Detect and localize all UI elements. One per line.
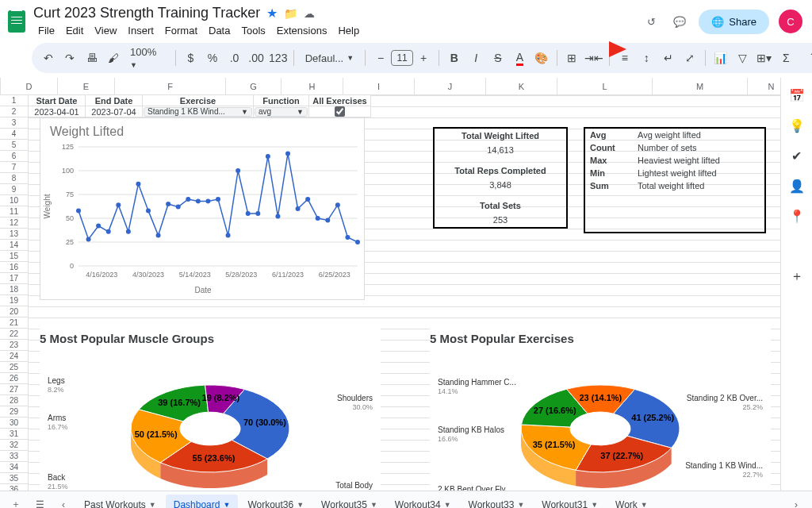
row-header[interactable]: 13 [0,229,28,240]
sheet-tab[interactable]: Workout33▼ [461,495,533,509]
sheet-tab[interactable]: Workout31▼ [534,495,606,509]
col-header[interactable]: H [282,78,343,94]
sheet-tab[interactable]: Workout35▼ [313,495,385,509]
menu-format[interactable]: Format [160,23,202,38]
exercise-dropdown[interactable]: Standing 1 KB Wind...▼ [144,107,252,117]
history-icon[interactable]: ↺ [642,12,661,31]
share-button[interactable]: 🌐 Share [699,10,769,34]
row-header[interactable]: 9 [0,184,28,195]
cell-header[interactable]: Start Date [29,95,86,106]
row-header[interactable]: 29 [0,406,28,418]
row-header[interactable]: 6 [0,151,28,162]
row-header[interactable]: 28 [0,395,28,406]
collapse-toolbar-icon[interactable]: ˆ [804,49,812,67]
sheet-tab[interactable]: Workout34▼ [387,495,459,509]
col-header[interactable]: K [486,78,557,94]
percent-icon[interactable]: % [204,49,221,67]
col-header[interactable]: I [343,78,415,94]
cell-date[interactable]: 2023-07-04 [86,106,143,117]
menu-data[interactable]: Data [204,23,235,38]
chart-muscle-groups[interactable]: 5 Most Popular Muscle Groups 70 (30.0%)5… [40,329,381,491]
add-panel-icon[interactable]: ＋ [789,268,805,284]
font-size-control[interactable]: − 11 + [372,49,432,67]
wrap-icon[interactable]: ↵ [660,49,677,67]
move-icon[interactable]: 📁 [284,7,297,20]
cell-header[interactable]: All Exercises [309,95,371,106]
function-dropdown[interactable]: avg▼ [255,107,308,117]
v-align-icon[interactable]: ↕ [638,49,656,67]
cloud-status-icon[interactable]: ☁ [304,7,315,20]
row-header[interactable]: 2 [0,106,28,117]
row-header[interactable]: 18 [0,284,28,295]
row-header[interactable]: 1 [0,95,28,106]
col-header[interactable]: G [226,78,282,94]
menu-file[interactable]: File [33,23,59,38]
filter-views-icon[interactable]: ⊞▾ [756,49,773,67]
row-header[interactable]: 7 [0,162,28,173]
row-header[interactable]: 12 [0,217,28,229]
all-exercises-checkbox[interactable] [335,106,345,117]
col-header[interactable]: N [748,78,780,94]
row-header[interactable]: 22 [0,329,28,340]
menu-view[interactable]: View [90,23,121,38]
keep-icon[interactable]: 💡 [789,117,805,133]
undo-icon[interactable]: ↶ [40,49,57,67]
row-header[interactable]: 16 [0,262,28,273]
col-header[interactable]: L [557,78,653,94]
contacts-icon[interactable]: 👤 [789,178,805,194]
more-formats-icon[interactable]: 123 [270,49,287,67]
star-icon[interactable]: ★ [266,6,278,21]
functions-icon[interactable]: Σ [778,49,795,67]
maps-icon[interactable]: 📍 [789,208,805,224]
row-header[interactable]: 27 [0,384,28,395]
all-sheets-icon[interactable]: ☰ [29,494,51,509]
text-color-icon[interactable]: A [511,49,529,67]
row-header[interactable]: 33 [0,451,28,462]
filter-icon[interactable]: ▽ [734,49,752,67]
italic-icon[interactable]: I [468,49,485,67]
tasks-icon[interactable]: ✔ [789,148,805,164]
row-header[interactable]: 19 [0,295,28,306]
decrease-decimal-icon[interactable]: .0 [226,49,243,67]
font-select[interactable]: Defaul... ▼ [301,52,358,64]
row-header[interactable]: 20 [0,306,28,318]
increase-decimal-icon[interactable]: .00 [247,49,265,67]
strikethrough-icon[interactable]: S [489,49,507,67]
sheet-tab[interactable]: Work▼ [607,495,656,509]
row-header[interactable]: 4 [0,129,28,140]
row-header[interactable]: 24 [0,351,28,362]
cell-header[interactable]: End Date [86,95,143,106]
rotate-icon[interactable]: ⤢ [682,49,699,67]
decrease-font-icon[interactable]: − [372,49,389,67]
row-header[interactable]: 8 [0,173,28,184]
zoom-select[interactable]: 100% ▼ [127,46,169,70]
sheet-tab[interactable]: Workout36▼ [239,495,312,509]
chart-exercises[interactable]: 5 Most Popular Exercises 41 (25.2%)37 (2… [430,329,771,491]
row-header[interactable]: 21 [0,318,28,329]
row-header[interactable]: 30 [0,418,28,429]
comments-icon[interactable]: 💬 [670,12,689,31]
cell-date[interactable]: 2023-04-01 [29,106,86,117]
row-header[interactable]: 25 [0,362,28,373]
cell-header[interactable]: Function [254,95,309,106]
row-header[interactable]: 23 [0,340,28,351]
increase-font-icon[interactable]: + [415,49,432,67]
currency-icon[interactable]: $ [182,49,200,67]
fill-color-icon[interactable]: 🎨 [533,49,550,67]
cell-header[interactable]: Exercise [143,95,254,106]
row-header[interactable]: 10 [0,195,28,206]
add-sheet-icon[interactable]: ＋ [5,494,27,509]
row-header[interactable]: 15 [0,251,28,262]
row-header[interactable]: 31 [0,429,28,440]
account-avatar[interactable]: C [779,10,802,33]
row-header[interactable]: 32 [0,440,28,451]
row-header[interactable]: 3 [0,117,28,129]
menu-extensions[interactable]: Extensions [272,23,332,38]
menu-insert[interactable]: Insert [123,23,159,38]
row-header[interactable]: 11 [0,206,28,217]
menu-help[interactable]: Help [333,23,364,38]
paint-format-icon[interactable]: 🖌 [105,49,123,67]
col-header[interactable]: E [58,78,115,94]
bold-icon[interactable]: B [446,49,463,67]
print-icon[interactable]: 🖶 [83,49,101,67]
